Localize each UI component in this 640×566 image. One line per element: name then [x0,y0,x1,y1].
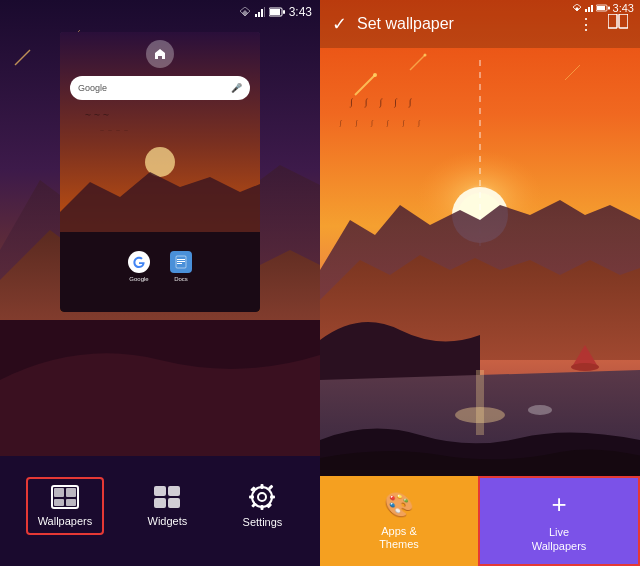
docs-logo [174,255,188,269]
svg-rect-42 [252,502,258,508]
preview-search-bar: Google 🎤 [70,76,250,100]
wallpaper-options: 🎨 Apps &Themes + LiveWallpapers [320,476,640,566]
svg-point-60 [571,363,599,371]
right-wifi-icon [572,4,582,12]
svg-rect-30 [154,486,166,496]
svg-text:∫ ∫ ∫ ∫ ∫: ∫ ∫ ∫ ∫ ∫ [349,97,416,108]
left-time: 3:43 [289,5,312,19]
svg-rect-24 [177,263,182,264]
preview-home-icon [146,40,174,68]
right-signal-icon [585,4,593,12]
toolbar-widgets-label: Widgets [148,515,188,527]
svg-rect-2 [255,14,257,17]
svg-rect-62 [619,14,628,28]
bottom-toolbar: Wallpapers Widgets [0,456,320,566]
apps-themes-label: Apps &Themes [379,525,419,551]
left-status-bar: 3:43 [0,0,320,24]
live-wallpapers-label: LiveWallpapers [532,526,587,552]
apps-themes-icon: 🎨 [384,491,414,519]
status-bar-right: 3:43 [239,5,312,19]
preview-search-text: Google [78,83,107,93]
left-panel: 3:43 [0,0,320,566]
svg-rect-8 [283,10,285,14]
home-icon [153,47,167,61]
toolbar-wallpapers[interactable]: Wallpapers [26,477,105,535]
settings-icon [249,484,275,510]
svg-rect-26 [54,488,64,497]
preview-icons-row: Google Docs [128,251,192,282]
svg-rect-39 [270,496,275,499]
toolbar-widgets[interactable]: Widgets [136,477,200,535]
svg-rect-65 [591,5,593,12]
svg-rect-23 [177,261,185,262]
svg-rect-4 [261,9,263,17]
svg-rect-29 [66,499,76,506]
svg-rect-22 [177,259,185,260]
svg-rect-27 [66,488,76,497]
live-wallpapers-icon: + [551,489,566,520]
preview-google-label: Google [129,276,148,282]
toolbar-settings-label: Settings [243,516,283,528]
wallpapers-icon [51,485,79,509]
preview-toggle-icon[interactable] [608,14,628,34]
battery-icon [269,7,285,17]
apps-themes-option[interactable]: 🎨 Apps &Themes [320,476,478,566]
svg-rect-67 [597,6,605,10]
svg-rect-64 [588,7,590,12]
svg-text:〜〜〜〜: 〜〜〜〜 [100,128,132,133]
preview-docs-label: Docs [174,276,188,282]
preview-google-icon: Google [128,251,150,282]
svg-rect-31 [168,486,180,496]
right-time: 3:43 [613,2,634,14]
svg-rect-37 [261,505,264,510]
action-bar-title: Set wallpaper [357,15,568,33]
toolbar-wallpapers-label: Wallpapers [38,515,93,527]
right-panel: ∫ ∫ ∫ ∫ ∫ ∫ ∫ ∫ ∫ ∫ ∫ ✓ Set wallpaper [320,0,640,566]
action-bar-icons: ⋮ [578,14,628,34]
preview-mic-icon: 🎤 [231,83,242,93]
phone-preview-inner: 〜〜〜 〜〜〜〜 Google 🎤 [60,32,260,312]
svg-rect-68 [608,7,610,10]
svg-point-49 [373,73,377,77]
check-icon: ✓ [332,13,347,35]
phone-preview: 〜〜〜 〜〜〜〜 Google 🎤 [60,32,260,312]
svg-rect-61 [608,14,617,28]
toolbar-settings[interactable]: Settings [231,476,295,536]
dual-screen-icon [608,14,628,30]
svg-rect-28 [54,499,64,506]
svg-rect-5 [264,7,265,17]
svg-marker-0 [242,10,248,16]
svg-rect-41 [267,503,273,509]
widgets-icon [153,485,181,509]
right-battery-icon [596,4,610,12]
svg-rect-33 [168,498,180,508]
right-status-bar: 3:43 [572,2,634,14]
svg-text:〜〜〜: 〜〜〜 [85,112,112,118]
live-wallpapers-option[interactable]: + LiveWallpapers [478,476,640,566]
svg-rect-36 [261,484,264,489]
preview-docs-icon: Docs [170,251,192,282]
svg-point-51 [424,54,427,57]
svg-text:∫ ∫ ∫ ∫ ∫ ∫: ∫ ∫ ∫ ∫ ∫ ∫ [339,119,426,127]
svg-rect-3 [258,12,260,17]
signal-icon [255,7,265,17]
google-logo [132,255,146,269]
svg-rect-7 [270,9,280,15]
svg-rect-32 [154,498,166,508]
wifi-icon [239,7,251,17]
svg-rect-63 [585,9,587,12]
more-icon[interactable]: ⋮ [578,15,594,34]
svg-rect-38 [249,496,254,499]
svg-point-58 [528,405,552,415]
svg-point-34 [258,493,266,501]
